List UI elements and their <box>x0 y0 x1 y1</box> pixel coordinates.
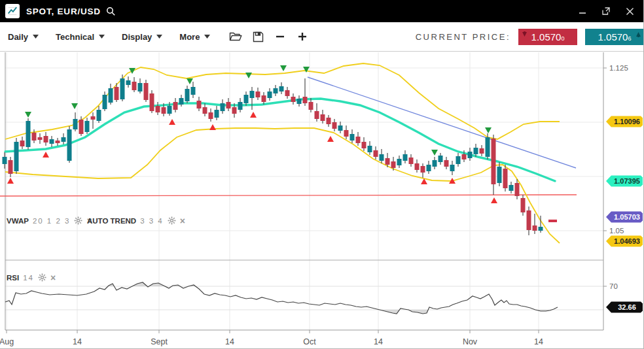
arrow-up-icon <box>635 31 641 37</box>
candle-body <box>468 152 473 158</box>
candle-body <box>268 91 272 98</box>
candle-body <box>480 148 484 154</box>
candle-body <box>32 133 37 141</box>
candle-body <box>497 167 502 183</box>
candle-body <box>26 121 31 147</box>
candle-body <box>285 90 290 96</box>
candle-body <box>309 102 313 110</box>
ask-price-badge: 1.05706 <box>585 29 644 45</box>
candle-body <box>403 154 408 161</box>
candle-body <box>120 78 125 99</box>
title-bar: SPOT, EUR/USD <box>0 0 644 22</box>
candle-body <box>226 102 231 108</box>
candle-body <box>315 111 319 119</box>
candle-body <box>421 166 425 173</box>
candle-body <box>450 165 455 171</box>
menu-more[interactable]: More <box>179 32 210 42</box>
candle-body <box>362 142 367 148</box>
minimize-button[interactable] <box>577 6 588 16</box>
candle-body <box>409 158 414 164</box>
candle-body <box>327 118 331 124</box>
zoom-out-icon[interactable] <box>272 28 289 45</box>
chevron-down-icon <box>99 35 105 39</box>
candle-body <box>144 83 149 100</box>
window-controls <box>577 6 635 16</box>
sell-signal-icon <box>129 68 135 74</box>
search-icon[interactable] <box>106 7 116 16</box>
candle-body <box>303 97 308 103</box>
candle-body <box>539 227 543 231</box>
candle-body <box>109 88 113 103</box>
menu-daily[interactable]: Daily <box>8 32 39 42</box>
arrow-down-icon <box>522 31 528 37</box>
candle-body <box>91 116 96 120</box>
candle-body <box>44 136 48 142</box>
x-axis-label: Oct <box>303 337 316 346</box>
indicator-legend-rsi: RSI 14 × <box>7 273 56 282</box>
candle-body <box>173 102 178 110</box>
candle-body <box>256 91 260 97</box>
candle-body <box>350 134 355 141</box>
bollinger-lower-band <box>5 128 560 243</box>
candle-body <box>515 183 520 196</box>
support-level-line <box>0 195 577 196</box>
chart-area[interactable]: Aug14Sept14Oct14Nov141.1251.05701.100961… <box>0 52 644 349</box>
gear-icon[interactable] <box>38 273 46 282</box>
candle-body <box>321 114 325 121</box>
candle-body <box>185 89 190 101</box>
x-axis-label: Aug <box>0 337 14 346</box>
candle-body <box>97 110 101 121</box>
candle-body <box>203 107 207 114</box>
buy-signal-icon <box>250 112 257 118</box>
sell-signal-icon <box>485 127 492 133</box>
candle-body <box>50 139 54 144</box>
price-badge-vwap-value: 1.07395 <box>614 177 640 185</box>
candle-body <box>232 107 237 114</box>
rsi-axis-label: 70 <box>609 282 618 290</box>
candle-body <box>380 154 384 161</box>
candlestick-chart-canvas[interactable]: Aug14Sept14Oct14Nov141.1251.05701.100961… <box>0 52 644 349</box>
gear-icon[interactable] <box>74 216 82 225</box>
candle-body <box>115 87 119 100</box>
window-title: SPOT, EUR/USD <box>26 7 101 16</box>
candle-body <box>397 159 402 165</box>
buy-signal-icon <box>209 124 216 130</box>
rsi-line <box>5 282 558 314</box>
menu-technical[interactable]: Technical <box>56 32 105 42</box>
candle-body <box>238 102 243 110</box>
menu-display[interactable]: Display <box>122 32 162 42</box>
price-badge-last-price-value: 1.05703 <box>614 213 640 221</box>
candle-body <box>67 129 72 161</box>
close-icon[interactable]: × <box>50 274 56 281</box>
candle-body <box>415 163 420 170</box>
candle-body <box>38 137 43 140</box>
candle-body <box>262 95 266 102</box>
candle-body <box>503 169 508 188</box>
candle-body <box>368 146 372 152</box>
candle-body <box>14 142 19 171</box>
bid-price-badge: 1.05700 <box>518 29 577 45</box>
x-axis-label: 14 <box>374 337 383 346</box>
close-button[interactable] <box>624 6 635 16</box>
open-folder-icon[interactable] <box>227 28 244 45</box>
candle-body <box>438 156 443 162</box>
chevron-down-icon <box>204 35 210 39</box>
sell-signal-icon <box>431 150 438 156</box>
zoom-in-icon[interactable] <box>294 28 311 45</box>
buy-signal-icon <box>491 197 497 203</box>
save-icon[interactable] <box>249 28 266 45</box>
candle-body <box>73 119 78 129</box>
x-axis-label: 14 <box>534 337 543 346</box>
candle-body <box>85 121 90 132</box>
current-price-label: CURRENT PRICE: <box>416 32 510 42</box>
sell-signal-icon <box>187 78 193 84</box>
sell-signal-icon <box>245 73 252 78</box>
close-icon[interactable]: × <box>180 218 185 224</box>
gear-icon[interactable] <box>168 216 176 225</box>
x-axis-label: 14 <box>73 337 82 346</box>
candle-body <box>79 120 84 134</box>
candle-body <box>191 87 196 95</box>
candle-body <box>132 82 137 90</box>
candle-body <box>215 110 219 118</box>
popout-button[interactable] <box>601 6 611 16</box>
